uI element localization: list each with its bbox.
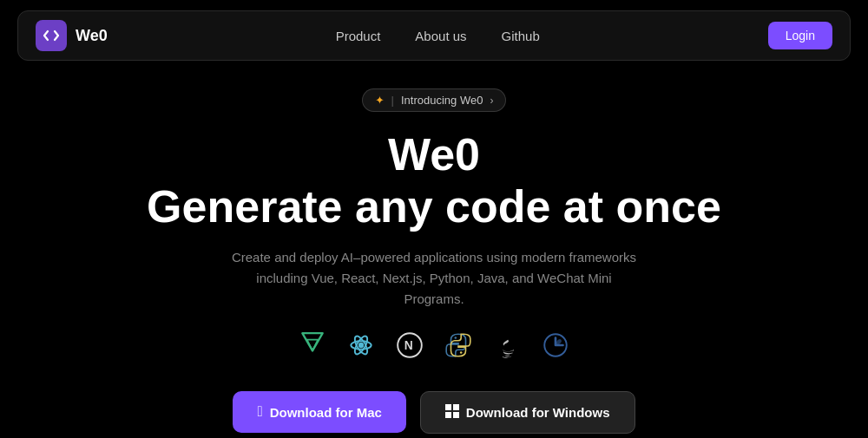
login-button[interactable]: Login	[768, 22, 832, 49]
nav-left: We0	[36, 20, 108, 51]
badge-separator: |	[391, 94, 394, 107]
nav-product[interactable]: Product	[336, 29, 381, 43]
nav-center: Product About us Github	[336, 29, 540, 43]
hero-subtitle: Create and deploy AI–powered application…	[226, 247, 642, 310]
nextjs-icon: N	[395, 330, 424, 367]
download-mac-button[interactable]:  Download for Mac	[233, 391, 405, 433]
windows-icon	[445, 404, 459, 421]
vue-icon	[298, 330, 327, 367]
python-icon	[444, 330, 473, 367]
logo-icon	[36, 20, 67, 51]
svg-rect-12	[453, 404, 459, 410]
nav-about[interactable]: About us	[415, 29, 466, 43]
svg-rect-14	[453, 412, 459, 418]
announcement-badge[interactable]: ✦ | Introducing We0 ›	[362, 88, 507, 112]
java-icon	[492, 330, 522, 367]
hero-title: We0 Generate any code at once	[147, 129, 721, 233]
svg-point-2	[358, 342, 364, 347]
svg-point-9	[460, 351, 463, 354]
tech-icons-row: N	[298, 330, 570, 367]
badge-chevron-icon: ›	[490, 95, 493, 107]
svg-point-8	[455, 337, 457, 339]
download-buttons:  Download for Mac Download for Windows	[233, 391, 635, 434]
svg-marker-0	[302, 333, 322, 350]
logo-text: We0	[76, 27, 108, 45]
hero-title-line2: Generate any code at once	[147, 181, 721, 232]
fedora-icon	[541, 330, 570, 367]
badge-spark-icon: ✦	[375, 94, 385, 107]
apple-icon: 	[257, 403, 262, 421]
download-mac-label: Download for Mac	[270, 405, 382, 420]
download-windows-button[interactable]: Download for Windows	[420, 391, 635, 434]
nav-github[interactable]: Github	[502, 29, 540, 43]
navbar: We0 Product About us Github Login	[17, 10, 851, 61]
react-icon	[346, 330, 376, 367]
download-windows-label: Download for Windows	[466, 405, 610, 420]
badge-text: Introducing We0	[401, 94, 483, 107]
hero-title-line1: We0	[388, 129, 480, 180]
hero-section: ✦ | Introducing We0 › We0 Generate any c…	[0, 71, 868, 434]
svg-text:N: N	[404, 338, 413, 352]
svg-rect-11	[445, 404, 451, 410]
svg-rect-13	[445, 412, 451, 418]
